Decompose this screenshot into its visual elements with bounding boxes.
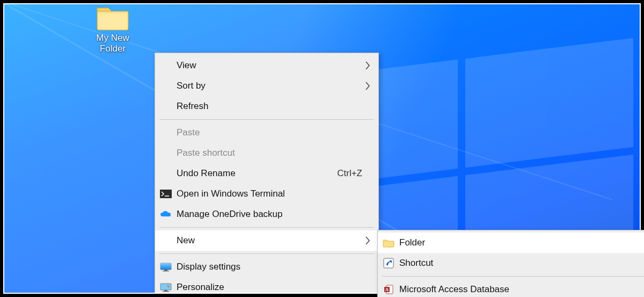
menu-label: Display settings [177, 262, 372, 272]
svg-rect-4 [163, 271, 169, 271]
menu-separator [159, 119, 374, 120]
svg-rect-3 [164, 270, 167, 271]
submenu-shortcut[interactable]: Shortcut [378, 253, 644, 273]
menu-undo-rename[interactable]: Undo Rename Ctrl+Z [155, 163, 378, 184]
svg-rect-8 [384, 258, 393, 268]
blank-icon [158, 100, 173, 112]
blank-icon [158, 235, 173, 247]
menu-paste-shortcut: Paste shortcut [155, 143, 378, 163]
blank-icon [158, 147, 173, 159]
menu-label: Paste [177, 127, 372, 138]
folder-icon [96, 3, 130, 31]
chevron-right-icon [364, 61, 371, 70]
menu-separator [159, 253, 374, 254]
onedrive-icon [158, 208, 173, 220]
submenu-folder[interactable]: Folder [378, 233, 644, 253]
menu-display-settings[interactable]: Display settings [155, 257, 378, 277]
menu-label: Refresh [177, 101, 372, 112]
blank-icon [158, 168, 173, 179]
menu-manage-onedrive[interactable]: Manage OneDrive backup [155, 204, 378, 224]
menu-label: View [177, 60, 372, 71]
terminal-icon [158, 188, 173, 200]
menu-refresh[interactable]: Refresh [155, 96, 378, 117]
menu-label: New [177, 235, 372, 246]
desktop-folder-item[interactable]: My New Folder [83, 3, 142, 55]
svg-rect-6 [164, 290, 167, 291]
desktop-folder-label: My New Folder [83, 33, 142, 55]
menu-label: Open in Windows Terminal [177, 189, 372, 199]
menu-label: Microsoft Access Database [399, 284, 644, 295]
desktop-context-menu: View Sort by Refresh Paste Paste shortcu… [155, 53, 379, 297]
menu-label: Personalize [177, 282, 372, 293]
menu-separator [382, 276, 644, 277]
menu-new[interactable]: New [155, 230, 378, 251]
menu-personalize[interactable]: Personalize [155, 277, 378, 297]
menu-label: Folder [399, 237, 644, 248]
desktop-background[interactable]: My New Folder View Sort by Refresh Paste [0, 0, 644, 297]
menu-shortcut: Ctrl+Z [337, 168, 372, 179]
shortcut-icon [381, 257, 396, 269]
menu-sort-by[interactable]: Sort by [155, 76, 378, 96]
svg-rect-7 [163, 291, 169, 292]
personalize-icon [158, 281, 173, 293]
chevron-right-icon [364, 236, 371, 245]
menu-label: Shortcut [399, 258, 644, 269]
monitor-icon [158, 261, 173, 273]
chevron-right-icon [364, 81, 371, 91]
menu-label: Sort by [177, 81, 372, 91]
access-icon: A [381, 284, 396, 295]
submenu-access-db[interactable]: A Microsoft Access Database [378, 279, 644, 297]
menu-separator [159, 227, 374, 228]
svg-text:A: A [385, 287, 389, 292]
menu-label: Manage OneDrive backup [177, 209, 372, 220]
menu-open-terminal[interactable]: Open in Windows Terminal [155, 184, 378, 204]
svg-rect-0 [160, 190, 172, 198]
blank-icon [158, 127, 173, 139]
new-submenu: Folder Shortcut A Microsoft Access Datab… [377, 230, 644, 297]
menu-label: Undo Rename [177, 168, 337, 179]
svg-rect-2 [160, 263, 171, 270]
menu-paste: Paste [155, 122, 378, 143]
folder-icon [381, 237, 396, 249]
blank-icon [158, 80, 173, 92]
blank-icon [158, 60, 173, 71]
menu-view[interactable]: View [155, 55, 378, 76]
menu-label: Paste shortcut [177, 148, 372, 158]
